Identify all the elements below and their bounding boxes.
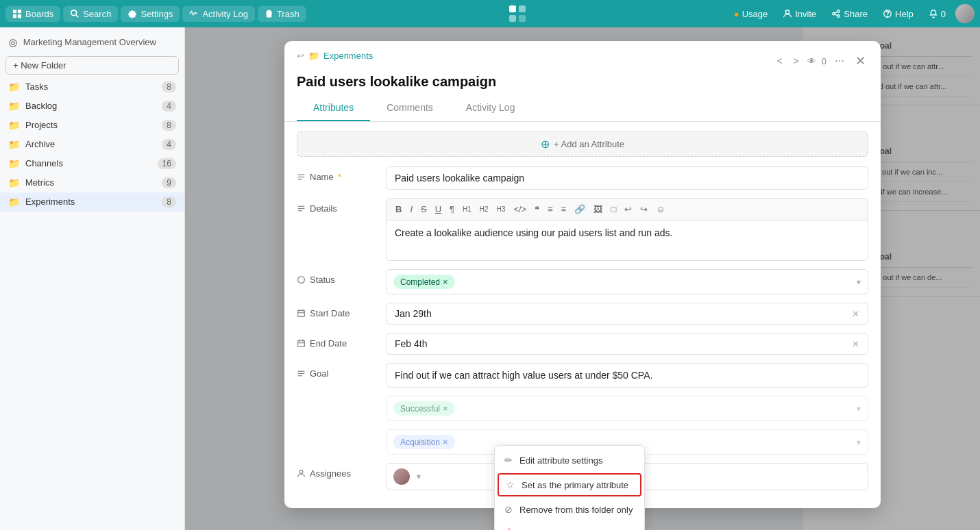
context-menu: ✏ Edit attribute settings ☆ Set as the p… (494, 445, 645, 530)
rte-image[interactable]: 🖼 (591, 203, 604, 216)
activitylog-button[interactable]: Activity Log (182, 6, 254, 22)
sidebar-item-experiments[interactable]: 📁 Experiments 8 (0, 192, 184, 212)
rte-undo[interactable]: ↩ (622, 203, 634, 216)
folder-icon: 📁 (8, 81, 20, 92)
search-button[interactable]: Search (63, 6, 118, 22)
rte-italic[interactable]: I (408, 203, 415, 216)
svg-point-22 (10, 39, 17, 47)
rte-code[interactable]: </> (511, 203, 528, 216)
menu-item-delete[interactable]: 🗑 Delete attribute (495, 521, 644, 530)
rte-h3[interactable]: H3 (495, 204, 508, 214)
sidebar-item-backlog[interactable]: 📁 Backlog 4 (0, 97, 184, 116)
rte-bullet[interactable]: ≡ (546, 203, 555, 216)
tab-comments[interactable]: Comments (370, 95, 450, 121)
help-button[interactable]: Help (877, 6, 919, 22)
status-dropdown[interactable]: Completed × ▾ (386, 269, 868, 294)
sidebar-item-label: Metrics (25, 177, 54, 188)
notifications-button[interactable]: 0 (923, 6, 951, 22)
rte-h2[interactable]: H2 (478, 204, 491, 214)
sidebar-item-tasks[interactable]: 📁 Tasks 8 (0, 77, 184, 97)
add-attribute-button[interactable]: ⊕ + Add an Attribute (297, 131, 868, 157)
boards-button[interactable]: Boards (5, 6, 60, 22)
assignee-avatar (393, 468, 410, 485)
svg-point-23 (12, 41, 14, 44)
end-date-value[interactable]: Feb 4th ✕ (386, 333, 868, 355)
rte-embed[interactable]: □ (609, 203, 618, 216)
tab-activitylog[interactable]: Activity Log (450, 95, 532, 121)
breadcrumb-back-icon[interactable]: ↩ (297, 51, 304, 61)
outcome-remove-button[interactable]: × (443, 403, 448, 414)
prev-button[interactable]: < (774, 53, 785, 69)
rte-content[interactable]: Create a lookalike audience using our pa… (386, 220, 868, 261)
invite-button[interactable]: Invite (777, 6, 822, 22)
goal-input[interactable]: Find out if we can attract high value us… (386, 363, 868, 388)
type-remove-button[interactable]: × (443, 437, 448, 447)
more-options-button[interactable]: ⋯ (832, 53, 847, 69)
goal-value[interactable]: Find out if we can attract high value us… (386, 363, 868, 388)
sidebar-item-label: Channels (25, 158, 63, 168)
svg-rect-10 (509, 5, 516, 12)
name-input[interactable] (386, 166, 868, 190)
rte-redo[interactable]: ↪ (638, 203, 650, 216)
status-label: Status (297, 269, 386, 285)
details-value: B I S U ¶ H1 H2 H3 </> ❝ ≡ (386, 198, 868, 261)
status-value[interactable]: Completed × ▾ (386, 269, 868, 294)
details-label: Details (297, 198, 386, 214)
next-button[interactable]: > (791, 53, 802, 69)
folder-icon: 📁 (8, 177, 20, 188)
outcome-dropdown[interactable]: Successful × ▾ (386, 396, 868, 421)
end-date-clear-button[interactable]: ✕ (852, 339, 859, 349)
rte-paragraph[interactable]: ¶ (448, 203, 456, 216)
avatar[interactable] (955, 4, 975, 23)
sidebar-item-archive[interactable]: 📁 Archive 4 (0, 135, 184, 154)
sidebar-item-channels[interactable]: 📁 Channels 16 (0, 154, 184, 173)
rte-strikethrough[interactable]: S (419, 203, 429, 216)
trash-button[interactable]: Trash (258, 6, 306, 22)
rte-bold[interactable]: B (393, 203, 404, 216)
rte-h1[interactable]: H1 (461, 204, 474, 214)
rte-underline[interactable]: U (433, 203, 443, 216)
sidebar-items-container: 📁 Tasks 8 📁 Backlog 4 📁 Projects 8 📁 Arc… (0, 77, 184, 212)
rte-link[interactable]: 🔗 (572, 203, 587, 216)
share-button[interactable]: Share (826, 6, 873, 22)
status-remove-button[interactable]: × (443, 277, 448, 287)
sidebar: Marketing Management Overview + New Fold… (0, 27, 185, 530)
star-icon: ☆ (506, 479, 515, 490)
rte-ordered[interactable]: ≡ (559, 203, 569, 216)
close-button[interactable]: ✕ (853, 51, 868, 71)
sidebar-item-metrics[interactable]: 📁 Metrics 9 (0, 173, 184, 192)
new-folder-button[interactable]: + New Folder (5, 56, 179, 75)
topnav-right: ● Usage Invite Share Help 0 (728, 4, 975, 23)
app-logo (506, 3, 528, 25)
folder-icon: 📁 (8, 197, 20, 207)
breadcrumb-link[interactable]: Experiments (323, 51, 373, 61)
start-date-clear-button[interactable]: ✕ (852, 309, 859, 319)
remove-folder-icon: ⊘ (504, 504, 513, 515)
sidebar-item-projects[interactable]: 📁 Projects 8 (0, 116, 184, 135)
svg-point-17 (837, 15, 840, 18)
end-date-field[interactable]: Feb 4th ✕ (386, 333, 868, 355)
workspace-title: Marketing Management Overview (0, 33, 184, 53)
edit-icon: ✏ (504, 455, 513, 466)
usage-button[interactable]: ● Usage (728, 6, 773, 22)
modal-tabs: Attributes Comments Activity Log (284, 95, 881, 122)
menu-item-remove-folder[interactable]: ⊘ Remove from this folder only (495, 498, 644, 521)
start-date-field[interactable]: Jan 29th ✕ (386, 303, 868, 325)
menu-item-edit-settings[interactable]: ✏ Edit attribute settings (495, 449, 644, 472)
sidebar-item-badge: 8 (162, 197, 176, 207)
start-date-value[interactable]: Jan 29th ✕ (386, 303, 868, 325)
name-value[interactable] (386, 166, 868, 190)
settings-button[interactable]: Settings (121, 6, 180, 22)
svg-rect-9 (267, 10, 271, 12)
modal-overlay[interactable]: ↩ 📁 Experiments < > 👁 0 ⋯ ✕ (185, 27, 980, 530)
folder-icon: 📁 (308, 51, 319, 61)
menu-item-set-primary[interactable]: ☆ Set as the primary attribute (498, 473, 641, 496)
end-date-label: End Date (297, 333, 386, 349)
sidebar-item-label: Archive (25, 139, 55, 149)
svg-rect-2 (13, 14, 16, 18)
rte-blockquote[interactable]: ❝ (532, 203, 541, 216)
tab-attributes[interactable]: Attributes (297, 95, 370, 121)
rte-emoji[interactable]: ☺ (654, 203, 667, 216)
sidebar-item-badge: 16 (158, 158, 176, 169)
sidebar-item-badge: 4 (162, 139, 176, 150)
